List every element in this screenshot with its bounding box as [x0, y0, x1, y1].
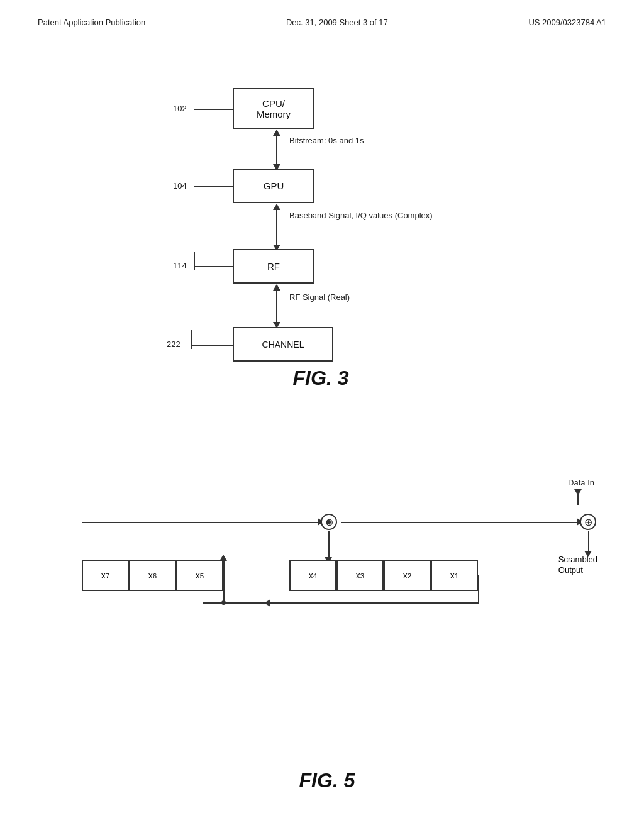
gpu-box: GPU [233, 169, 314, 203]
lfsr-diagram: Data In ⊕ ⊕ x7 x6 x [57, 478, 597, 679]
header-right: US 2009/0323784 A1 [528, 18, 606, 27]
ref-104: 104 [173, 181, 187, 191]
header-center: Dec. 31, 2009 Sheet 3 of 17 [286, 18, 388, 27]
fig3-diagram: CPU/Memory 102 Bitstream: 0s and 1s GPU … [38, 75, 604, 402]
ref-114: 114 [173, 261, 187, 270]
fig5-title: FIG. 5 [299, 769, 355, 792]
xor2-circle: ⊕ [580, 514, 596, 530]
channel-box: CHANNEL [233, 327, 333, 362]
data-in-label: Data In [568, 478, 594, 487]
fb-arrow-up [219, 555, 227, 561]
top-bus-left [82, 522, 321, 523]
bitstream-label: Bitstream: 0s and 1s [289, 136, 364, 145]
page-header: Patent Application Publication Dec. 31, … [0, 0, 644, 33]
fb-left-up [223, 560, 225, 604]
ref-222: 222 [167, 340, 180, 349]
reg-x2: x2 [384, 560, 431, 591]
baseband-label: Baseband Signal, I/Q values (Complex) [289, 211, 433, 220]
tap-dot-2 [221, 600, 226, 605]
arrow-gpu-rf [273, 204, 280, 251]
tap-dot-1 [326, 520, 331, 524]
fig3-title: FIG. 3 [293, 367, 349, 390]
reg-x6: x6 [129, 560, 176, 591]
reg-x5: x5 [176, 560, 223, 591]
arrow-rf-channel [273, 284, 280, 328]
reg-x1: x1 [431, 560, 478, 591]
ref-102: 102 [173, 104, 187, 113]
cpu-memory-box: CPU/Memory [233, 88, 314, 129]
arrow-cpu-gpu [273, 130, 280, 170]
fb-arrow-left [264, 599, 270, 607]
rf-box: RF [233, 249, 314, 284]
rf-signal-label: RF Signal (Real) [289, 292, 350, 302]
fb-bottom [203, 602, 478, 604]
reg-x4: x4 [289, 560, 336, 591]
xor1-down-line [328, 531, 330, 560]
reg-x3: x3 [336, 560, 384, 591]
reg-x7: x7 [82, 560, 129, 591]
top-bus-right [341, 522, 580, 523]
fb-right-down [478, 575, 479, 604]
scrambled-output-label: ScrambledOutput [558, 555, 597, 576]
header-left: Patent Application Publication [38, 18, 145, 27]
fig5-diagram: Data In ⊕ ⊕ x7 x6 x [38, 440, 616, 805]
output-line [588, 531, 589, 553]
